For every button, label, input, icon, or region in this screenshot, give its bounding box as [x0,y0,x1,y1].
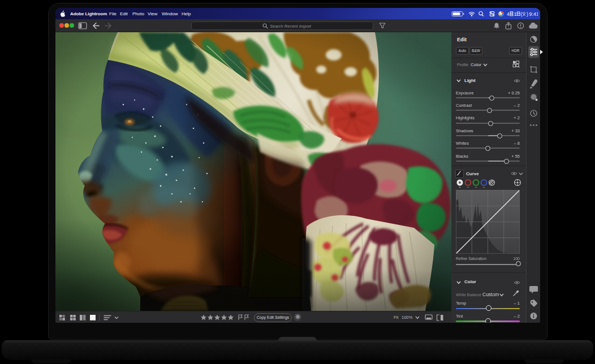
svg-text:4: 4 [507,11,510,16]
svg-text:1: 1 [514,11,517,16]
svg-text:(: ( [521,11,523,16]
svg-text:): ) [527,11,528,16]
svg-text:9:41: 9:41 [529,11,538,16]
